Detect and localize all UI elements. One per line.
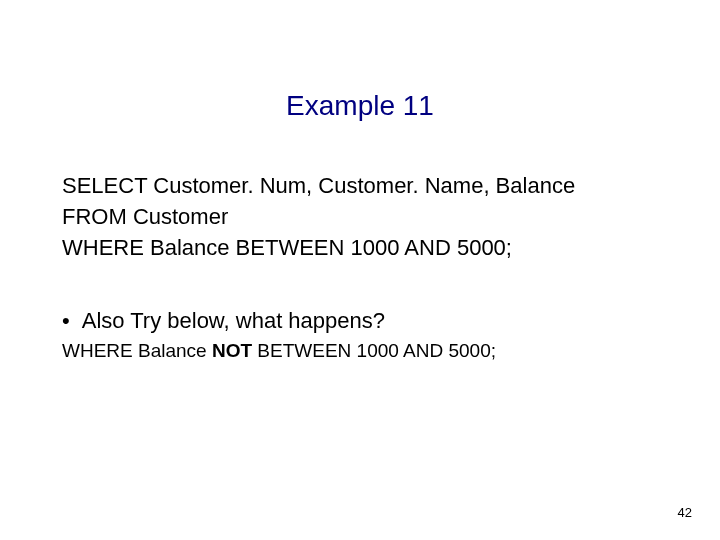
bullet-item: • Also Try below, what happens? [62,308,720,334]
sql-line-select: SELECT Customer. Num, Customer. Name, Ba… [62,170,720,201]
slide-title: Example 11 [0,90,720,122]
sql-line-where: WHERE Balance BETWEEN 1000 AND 5000; [62,232,720,263]
slide: Example 11 SELECT Customer. Num, Custome… [0,90,720,540]
note-bold: NOT [212,340,252,361]
sql-line-from: FROM Customer [62,201,720,232]
note-prefix: WHERE Balance [62,340,212,361]
sql-query-block: SELECT Customer. Num, Customer. Name, Ba… [62,170,720,264]
page-number: 42 [678,505,692,520]
note-suffix: BETWEEN 1000 AND 5000; [252,340,496,361]
sql-note-line: WHERE Balance NOT BETWEEN 1000 AND 5000; [62,340,720,362]
bullet-text: Also Try below, what happens? [82,308,385,334]
bullet-marker: • [62,308,70,334]
